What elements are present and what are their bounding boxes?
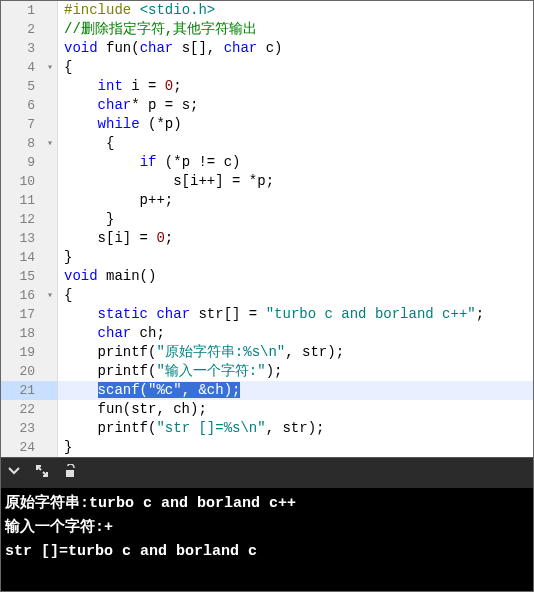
code-line[interactable]: 24} <box>1 438 533 457</box>
code-line[interactable]: 12 } <box>1 210 533 229</box>
line-number: 7 <box>1 115 43 134</box>
line-number: 18 <box>1 324 43 343</box>
line-number: 12 <box>1 210 43 229</box>
code-line[interactable]: 22 fun(str, ch); <box>1 400 533 419</box>
console-toolbar <box>1 457 533 488</box>
code-line[interactable]: 1#include <stdio.h> <box>1 1 533 20</box>
fold-marker <box>43 20 58 39</box>
code-text[interactable]: } <box>58 248 533 267</box>
line-number: 6 <box>1 96 43 115</box>
fold-marker <box>43 115 58 134</box>
code-text[interactable]: void main() <box>58 267 533 286</box>
code-text[interactable]: static char str[] = "turbo c and borland… <box>58 305 533 324</box>
fold-marker <box>43 1 58 20</box>
code-line[interactable]: 18 char ch; <box>1 324 533 343</box>
fold-marker[interactable]: ▾ <box>43 58 58 77</box>
fold-marker <box>43 400 58 419</box>
console-output: 原始字符串:turbo c and borland c++输入一个字符:+str… <box>1 488 533 591</box>
code-line[interactable]: 9 if (*p != c) <box>1 153 533 172</box>
code-line[interactable]: 6 char* p = s; <box>1 96 533 115</box>
fold-marker <box>43 324 58 343</box>
line-number: 10 <box>1 172 43 191</box>
code-text[interactable]: fun(str, ch); <box>58 400 533 419</box>
code-text[interactable]: s[i] = 0; <box>58 229 533 248</box>
line-number: 22 <box>1 400 43 419</box>
code-line[interactable]: 23 printf("str []=%s\n", str); <box>1 419 533 438</box>
chevron-down-icon[interactable] <box>7 464 21 483</box>
selection: scanf("%c", &ch); <box>98 382 241 398</box>
code-text[interactable]: int i = 0; <box>58 77 533 96</box>
code-line[interactable]: 10 s[i++] = *p; <box>1 172 533 191</box>
line-number: 14 <box>1 248 43 267</box>
editor-window: 1#include <stdio.h>2//删除指定字符,其他字符输出3void… <box>0 0 534 592</box>
line-number: 5 <box>1 77 43 96</box>
line-number: 8 <box>1 134 43 153</box>
line-number: 9 <box>1 153 43 172</box>
code-text[interactable]: { <box>58 58 533 77</box>
code-line[interactable]: 8▾ { <box>1 134 533 153</box>
console-line: str []=turbo c and borland c <box>5 540 529 564</box>
code-text[interactable]: { <box>58 134 533 153</box>
fold-marker <box>43 96 58 115</box>
fold-marker <box>43 153 58 172</box>
code-text[interactable]: } <box>58 438 533 457</box>
fold-marker <box>43 305 58 324</box>
line-number: 24 <box>1 438 43 457</box>
console-line: 输入一个字符:+ <box>5 516 529 540</box>
code-line[interactable]: 4▾{ <box>1 58 533 77</box>
fold-marker <box>43 267 58 286</box>
code-line[interactable]: 20 printf("输入一个字符:"); <box>1 362 533 381</box>
code-text[interactable]: //删除指定字符,其他字符输出 <box>58 20 533 39</box>
line-number: 23 <box>1 419 43 438</box>
code-line[interactable]: 15void main() <box>1 267 533 286</box>
fold-marker <box>43 210 58 229</box>
code-line[interactable]: 3void fun(char s[], char c) <box>1 39 533 58</box>
fold-marker <box>43 191 58 210</box>
code-line[interactable]: 19 printf("原始字符串:%s\n", str); <box>1 343 533 362</box>
code-line[interactable]: 17 static char str[] = "turbo c and borl… <box>1 305 533 324</box>
expand-icon[interactable] <box>35 464 49 483</box>
fold-marker <box>43 362 58 381</box>
code-text[interactable]: while (*p) <box>58 115 533 134</box>
code-text[interactable]: void fun(char s[], char c) <box>58 39 533 58</box>
line-number: 11 <box>1 191 43 210</box>
code-text[interactable]: #include <stdio.h> <box>58 1 533 20</box>
code-line[interactable]: 14} <box>1 248 533 267</box>
code-line[interactable]: 2//删除指定字符,其他字符输出 <box>1 20 533 39</box>
line-number: 3 <box>1 39 43 58</box>
fold-marker <box>43 381 58 400</box>
code-line[interactable]: 7 while (*p) <box>1 115 533 134</box>
code-line[interactable]: 5 int i = 0; <box>1 77 533 96</box>
code-text[interactable]: if (*p != c) <box>58 153 533 172</box>
code-text[interactable]: printf("输入一个字符:"); <box>58 362 533 381</box>
code-text[interactable]: } <box>58 210 533 229</box>
fold-marker <box>43 419 58 438</box>
line-number: 1 <box>1 1 43 20</box>
code-editor[interactable]: 1#include <stdio.h>2//删除指定字符,其他字符输出3void… <box>1 1 533 457</box>
fold-marker <box>43 77 58 96</box>
line-number: 15 <box>1 267 43 286</box>
code-text[interactable]: char* p = s; <box>58 96 533 115</box>
svg-rect-0 <box>66 470 74 477</box>
fold-marker[interactable]: ▾ <box>43 134 58 153</box>
stop-icon[interactable] <box>63 464 77 483</box>
code-text[interactable]: char ch; <box>58 324 533 343</box>
fold-marker <box>43 248 58 267</box>
line-number: 17 <box>1 305 43 324</box>
line-number: 21 <box>1 381 43 400</box>
fold-marker <box>43 229 58 248</box>
line-number: 4 <box>1 58 43 77</box>
code-line[interactable]: 21 scanf("%c", &ch); <box>1 381 533 400</box>
code-text[interactable]: printf("原始字符串:%s\n", str); <box>58 343 533 362</box>
line-number: 16 <box>1 286 43 305</box>
fold-marker[interactable]: ▾ <box>43 286 58 305</box>
code-text[interactable]: { <box>58 286 533 305</box>
code-line[interactable]: 11 p++; <box>1 191 533 210</box>
code-line[interactable]: 16▾{ <box>1 286 533 305</box>
code-text[interactable]: s[i++] = *p; <box>58 172 533 191</box>
fold-marker <box>43 39 58 58</box>
code-line[interactable]: 13 s[i] = 0; <box>1 229 533 248</box>
code-text[interactable]: printf("str []=%s\n", str); <box>58 419 533 438</box>
code-text[interactable]: scanf("%c", &ch); <box>58 381 533 400</box>
code-text[interactable]: p++; <box>58 191 533 210</box>
